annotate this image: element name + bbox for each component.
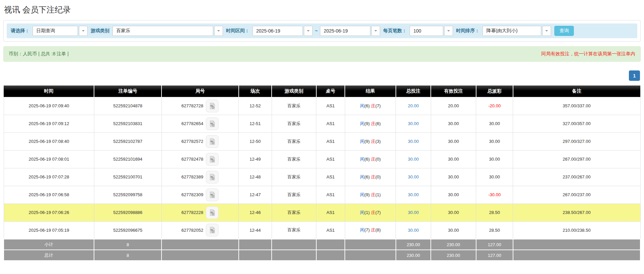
video-replay-button[interactable] (206, 188, 219, 201)
search-button[interactable]: 查询 (554, 26, 574, 36)
result-player-score: (9) (364, 192, 370, 197)
payout-value: 28.50 (489, 228, 500, 233)
video-replay-button[interactable] (206, 224, 219, 236)
cell-payout: 30.00 (476, 115, 513, 132)
page-size-select[interactable]: 100 (410, 26, 453, 36)
chevron-down-icon[interactable] (371, 26, 380, 36)
subtotal-bet-count: 8 (94, 239, 162, 250)
chevron-down-icon[interactable] (304, 26, 313, 36)
info-bar: 币别：人民币 | 总共 :8 注单 | 同局有效投注，统一计算在该局第一张注单内 (3, 46, 641, 62)
chevron-down-icon (217, 30, 220, 33)
cell-session: 12-50 (239, 132, 272, 150)
cell-time: 2025-06-19 07:06:58 (4, 186, 94, 204)
total-bet-link[interactable]: 20.00 (408, 103, 419, 108)
subtotal-empty-cell (316, 239, 345, 250)
game-type-value[interactable]: 百家乐 (112, 26, 213, 36)
cell-payout: 28.50 (476, 204, 513, 221)
cell-valid-bet: 30.00 (431, 132, 476, 150)
cell-time: 2025-06-19 07:07:28 (4, 168, 94, 186)
header-round-id: 局号 (162, 86, 238, 97)
total-row: 总计 8 230.00 230.00 127.00 (4, 250, 640, 261)
cell-round-id: 627782228 (162, 204, 238, 221)
round-id-text: 627782728 (181, 103, 203, 108)
table-row: 2025-06-19 07:09:12 522592103831 6277826… (4, 115, 640, 132)
subtotal-valid-bet: 230.00 (431, 239, 476, 250)
cell-table-id: AS1 (316, 115, 345, 132)
video-replay-button[interactable] (206, 135, 219, 148)
cell-round-id: 627782309 (162, 186, 238, 204)
round-id-text: 627782228 (181, 210, 203, 215)
cell-total-bet: 30.00 (396, 115, 431, 132)
chevron-down-icon[interactable] (542, 26, 551, 36)
video-replay-button[interactable] (206, 206, 219, 219)
cell-result: 闲(9)庄(6) (345, 115, 396, 132)
date-from-value[interactable]: 2025-06-19 (252, 26, 303, 36)
page-size-value[interactable]: 100 (410, 26, 443, 36)
total-bet-link[interactable]: 30.00 (408, 139, 419, 144)
video-replay-button[interactable] (206, 153, 219, 166)
total-bet-link[interactable]: 30.00 (408, 210, 419, 215)
game-type-select[interactable]: 百家乐 (112, 26, 223, 36)
time-range-label: 时间区间： (225, 28, 250, 34)
video-file-icon (209, 120, 216, 127)
total-empty-cell (513, 250, 640, 261)
table-row: 2025-06-19 07:06:58 522592099758 6277823… (4, 186, 640, 204)
result-banker-label: 庄 (371, 103, 375, 108)
total-bet-link[interactable]: 30.00 (408, 228, 419, 233)
cell-bet-id: 522592098886 (94, 204, 162, 221)
video-replay-button[interactable] (206, 100, 219, 112)
sort-order-value[interactable]: 降幂(由大到小) (482, 26, 541, 36)
page-1-button[interactable]: 1 (629, 70, 640, 81)
round-id-text: 627782572 (181, 139, 203, 144)
page-size-label: 每页笔数： (382, 28, 407, 34)
valid-bet-notice-text: 同局有效投注，统一计算在该局第一张注单内 (541, 51, 635, 57)
cell-remark: 297.00/327.00 (513, 132, 640, 150)
query-mode-select[interactable]: 日期查询 (33, 26, 88, 36)
total-empty-cell (239, 250, 272, 261)
filter-bar: 请选择： 日期查询 游戏类别 百家乐 时间区间： 2025-06-19 ~ 20… (7, 23, 637, 38)
video-replay-button[interactable] (206, 117, 219, 130)
result-player-score: (7) (364, 227, 370, 232)
cell-valid-bet: 30.00 (431, 168, 476, 186)
total-bet-link[interactable]: 30.00 (408, 157, 419, 162)
result-banker-score: (1) (375, 192, 381, 197)
cell-remark: 327.00/357.00 (513, 115, 640, 132)
betting-records-table: 时间 注单编号 局号 场次 游戏类别 桌号 结果 总投注 有效投注 总派彩 备注… (3, 86, 641, 261)
video-file-icon (209, 226, 216, 234)
chevron-down-icon[interactable] (79, 26, 88, 36)
result-player-label: 闲 (360, 157, 364, 162)
result-player-score: (9) (364, 121, 370, 126)
date-from-select[interactable]: 2025-06-19 (252, 26, 313, 36)
payout-value: -20.00 (488, 103, 501, 108)
payout-value: 28.50 (489, 210, 500, 215)
cell-remark: 267.00/297.00 (513, 150, 640, 168)
total-total-bet: 230.00 (396, 250, 431, 261)
total-bet-link[interactable]: 30.00 (408, 121, 419, 126)
cell-result: 闲(6)庄(0) (345, 150, 396, 168)
date-to-select[interactable]: 2025-06-19 (320, 26, 380, 36)
chevron-down-icon[interactable] (214, 26, 223, 36)
total-payout: 127.00 (476, 250, 513, 261)
date-to-value[interactable]: 2025-06-19 (320, 26, 370, 36)
cell-total-bet: 30.00 (396, 204, 431, 221)
table-row: 2025-06-19 07:08:40 522592102787 6277825… (4, 132, 640, 150)
header-table-id: 桌号 (316, 86, 345, 97)
video-replay-button[interactable] (206, 171, 219, 183)
result-player-label: 闲 (360, 227, 364, 232)
sort-order-select[interactable]: 降幂(由大到小) (482, 26, 551, 36)
cell-game-type: 百家乐 (272, 204, 316, 221)
video-file-icon (209, 173, 216, 181)
result-banker-label: 庄 (371, 139, 375, 144)
result-player-label: 闲 (360, 210, 364, 215)
cell-game-type: 百家乐 (272, 150, 316, 168)
total-bet-link[interactable]: 30.00 (408, 174, 419, 179)
cell-total-bet: 30.00 (396, 221, 431, 239)
payout-value: 30.00 (489, 157, 500, 162)
result-banker-score: (7) (375, 210, 381, 215)
query-mode-value[interactable]: 日期查询 (33, 26, 78, 36)
result-banker-label: 庄 (371, 192, 375, 197)
subtotal-empty-cell (162, 239, 238, 250)
total-bet-link[interactable]: 30.00 (408, 192, 419, 197)
chevron-down-icon[interactable] (444, 26, 453, 36)
sort-order-label: 时间排序： (455, 28, 480, 34)
